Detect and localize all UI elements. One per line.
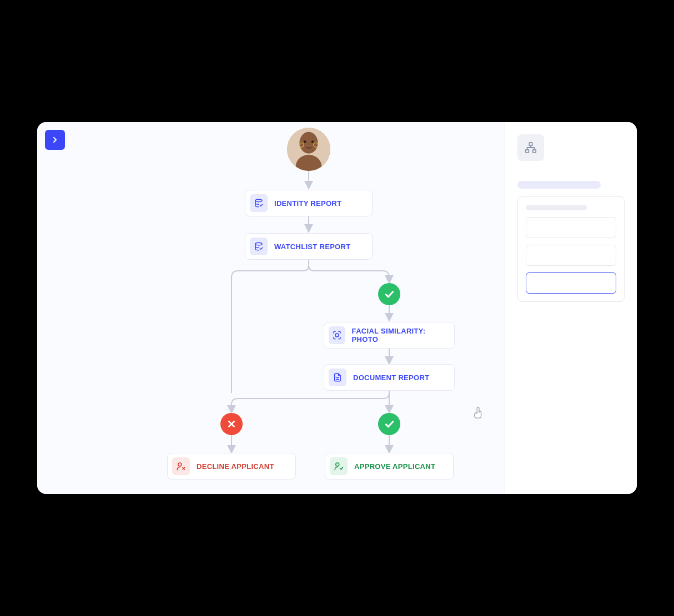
- node-approve-applicant[interactable]: APPROVE APPLICANT: [325, 453, 454, 479]
- x-icon: [227, 419, 237, 429]
- node-identity-report[interactable]: IDENTITY REPORT: [245, 190, 373, 216]
- options-label-skeleton: [526, 205, 587, 210]
- cursor-pointer-icon: [472, 407, 485, 422]
- node-label: WATCHLIST REPORT: [274, 243, 350, 251]
- database-check-icon: [250, 238, 268, 255]
- person-x-icon: [172, 457, 190, 475]
- node-label: DECLINE APPLICANT: [197, 462, 274, 471]
- expand-sidebar-button[interactable]: [45, 130, 65, 150]
- flow-connectors: [37, 122, 505, 494]
- svg-point-14: [255, 243, 262, 245]
- document-icon: [329, 368, 346, 386]
- face-scan-icon: [329, 326, 345, 344]
- node-watchlist-report[interactable]: WATCHLIST REPORT: [245, 233, 373, 260]
- database-check-icon: [250, 194, 268, 212]
- hierarchy-icon[interactable]: [517, 134, 544, 161]
- node-decline-applicant[interactable]: DECLINE APPLICANT: [167, 453, 296, 479]
- svg-point-9: [304, 140, 306, 143]
- node-label: APPROVE APPLICANT: [354, 462, 435, 471]
- chevron-right-icon: [51, 135, 59, 144]
- svg-point-10: [311, 140, 314, 143]
- node-document-report[interactable]: DOCUMENT REPORT: [324, 364, 455, 391]
- option-1[interactable]: [526, 217, 616, 238]
- workflow-canvas[interactable]: IDENTITY REPORT WATCHLIST REPORT FACIAL …: [37, 122, 505, 494]
- svg-point-15: [335, 334, 339, 337]
- panel-title-skeleton: [517, 181, 601, 189]
- workflow-window: IDENTITY REPORT WATCHLIST REPORT FACIAL …: [37, 122, 637, 494]
- svg-point-18: [178, 463, 182, 466]
- applicant-avatar[interactable]: [287, 128, 330, 171]
- status-pass-2: [378, 413, 400, 435]
- person-check-icon: [330, 457, 348, 475]
- svg-point-21: [336, 463, 339, 466]
- panel-options-card: [517, 196, 625, 302]
- svg-point-13: [255, 199, 262, 202]
- option-3-selected[interactable]: [526, 272, 616, 294]
- node-facial-similarity[interactable]: FACIAL SIMILARITY: PHOTO: [324, 322, 455, 349]
- status-pass-1: [378, 283, 400, 305]
- node-label: IDENTITY REPORT: [274, 199, 341, 208]
- check-icon: [384, 418, 395, 430]
- check-icon: [384, 289, 395, 300]
- node-label: DOCUMENT REPORT: [353, 373, 429, 382]
- properties-panel: [505, 122, 637, 494]
- status-fail: [220, 413, 243, 435]
- node-label: FACIAL SIMILARITY: PHOTO: [352, 327, 446, 344]
- option-2[interactable]: [526, 245, 616, 266]
